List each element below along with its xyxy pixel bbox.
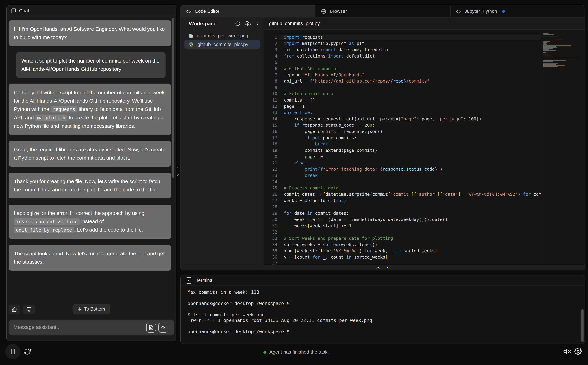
terminal-title: Terminal (196, 278, 214, 283)
message-text: I apologize for the error. I'll correct … (14, 210, 144, 216)
tab-label: Jupyter IPython (465, 9, 497, 14)
line-number: 36 (264, 255, 280, 260)
line-number: 2 (264, 41, 280, 46)
minimap-separator (541, 29, 542, 265)
upload-files-button[interactable] (245, 21, 250, 27)
message-text: Hi! I'm OpenHands, an AI Software Engine… (14, 26, 165, 40)
line-number: 32 (264, 230, 280, 235)
send-button[interactable] (158, 323, 168, 332)
minimap-line (543, 33, 549, 34)
line-number: 24 (264, 179, 280, 184)
code-line: 8api_url = f"https://api.github.com/repo… (264, 78, 541, 84)
code-line: 27weeks = defaultdict(int) (264, 197, 541, 204)
minimap-line (543, 60, 552, 60)
minimap-line (543, 42, 550, 42)
minimap-line (543, 45, 571, 46)
message-input[interactable]: Message assistant... (9, 320, 174, 335)
inline-code-chip: edit_file_by_replace (14, 227, 74, 233)
file-item-commits_per_week.png[interactable]: commits_per_week.png (184, 32, 260, 40)
refresh-workspace-button[interactable] (235, 21, 240, 26)
terminal-header: >_ Terminal (181, 275, 585, 286)
chat-message-list[interactable]: Hi! I'm OpenHands, an AI Software Engine… (8, 16, 172, 303)
chat-scrollbar[interactable] (172, 18, 174, 178)
expand-right-chevron[interactable]: › (175, 171, 180, 177)
collapse-left-chevron[interactable]: ‹ (175, 164, 180, 170)
settings-gear-button[interactable] (574, 348, 582, 355)
collapse-sidebar-button[interactable] (255, 21, 260, 26)
python-icon (189, 42, 194, 47)
message-text: . Let's add the code to the file: (74, 227, 143, 233)
minimap-line (543, 54, 548, 54)
inline-code-chip: matplotlib (35, 114, 67, 121)
chat-message-assistant: The script looks good. Now let's run it … (9, 245, 171, 271)
minimap-line (543, 43, 546, 44)
pause-agent-button[interactable] (5, 344, 20, 359)
code-line: 24 (264, 179, 541, 185)
arrow-down-icon (77, 307, 82, 311)
tab-code-editor[interactable]: Code Editor (181, 5, 316, 17)
code-line: 29for date in commit_dates: (264, 210, 541, 216)
code-line: 13while True: (264, 110, 541, 116)
open-file-bar: github_commits_plot.py (264, 17, 585, 29)
terminal-scrollbar[interactable] (581, 309, 583, 342)
chat-message-assistant: I apologize for the error. I'll correct … (9, 204, 171, 239)
line-number: 37 (264, 261, 280, 265)
minimap-line (543, 52, 546, 53)
to-bottom-label: To Bottom (84, 306, 105, 312)
code-line: 10# Fetch commit data (264, 91, 541, 97)
code-line: 31 weeks[week_start] += 1 (264, 223, 541, 229)
minimap-line (543, 62, 553, 62)
globe-icon (321, 9, 326, 14)
terminal-output[interactable]: Max commits in a week: 118 openhands@doc… (187, 289, 575, 342)
code-line: 1import requests (264, 34, 541, 40)
thumbs-down-button[interactable] (23, 305, 35, 314)
line-number: 22 (264, 167, 280, 172)
code-line: 9 (264, 84, 541, 91)
code-line: 15 if response.status_code == 200: (264, 122, 541, 128)
code-area[interactable]: 1import requests2import matplotlib.pyplo… (264, 29, 585, 265)
feedback-row: To Bottom (9, 305, 174, 314)
tab-label: Code Editor (195, 9, 220, 14)
line-number: 8 (264, 79, 280, 84)
agent-status-text: Agent has finished the task. (270, 349, 329, 355)
line-number: 3 (264, 47, 280, 52)
file-item-github_commits_plot.py[interactable]: github_commits_plot.py (184, 40, 260, 49)
attach-image-button[interactable] (146, 323, 156, 332)
mute-sound-button[interactable] (563, 348, 571, 355)
chat-message-assistant: Certainly! I'll write a script to plot t… (9, 84, 171, 135)
minimap-line (543, 44, 547, 45)
code-line: 21 else: (264, 160, 541, 166)
line-number: 9 (264, 85, 280, 90)
code-line: 16 page_commits = response.json() (264, 128, 541, 134)
chat-title: Chat (19, 8, 29, 14)
code-line: 12page = 1 (264, 103, 541, 109)
scroll-up-button[interactable] (376, 266, 380, 269)
to-bottom-button[interactable]: To Bottom (73, 304, 110, 314)
scroll-down-button[interactable] (386, 266, 390, 269)
minimap-line (543, 63, 558, 64)
restart-agent-button[interactable] (24, 348, 31, 355)
minimap[interactable] (543, 33, 580, 68)
code-line: 36y = [count for _, count in sorted_week… (264, 254, 541, 260)
file-icon (189, 33, 194, 38)
minimap-line (543, 66, 558, 67)
minimap-line (543, 42, 547, 43)
line-number: 6 (264, 66, 280, 71)
minimap-line (543, 38, 551, 38)
code-line: 6# GitHub API endpoint (264, 65, 541, 72)
thumbs-up-button[interactable] (9, 305, 20, 314)
code-lines: 1import requests2import matplotlib.pyplo… (264, 34, 541, 265)
file-name: commits_per_week.png (197, 33, 248, 39)
open-file-name: github_commits_plot.py (269, 21, 320, 26)
tab-browser[interactable]: Browser (316, 5, 450, 17)
editor-footer (181, 265, 585, 270)
tab-jupyter-ipython[interactable]: Jupyter IPython (450, 5, 585, 17)
message-text: Thank you for creating the file. Now, le… (14, 178, 160, 192)
line-number: 5 (264, 60, 280, 65)
code-line: 34sorted_weeks = sorted(weeks.items()) (264, 241, 541, 248)
code-line: 37 (264, 260, 541, 265)
code-line: 14 response = requests.get(api_url, para… (264, 116, 541, 122)
message-text: Great, the required libraries are alread… (14, 147, 166, 161)
code-line: 33# Sort weeks and prepare data for plot… (264, 235, 541, 241)
code-icon (456, 9, 461, 14)
